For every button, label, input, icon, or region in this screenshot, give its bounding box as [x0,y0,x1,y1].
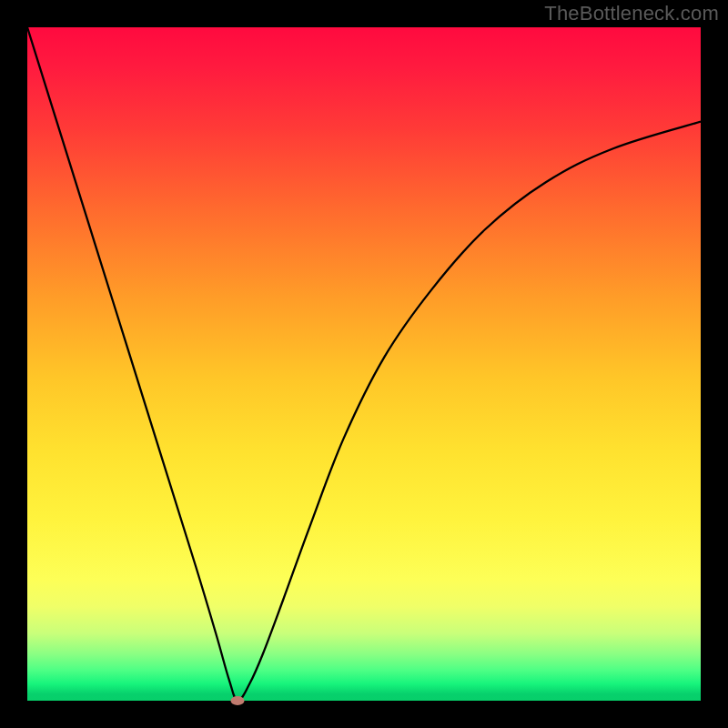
bottleneck-curve [27,27,701,701]
chart-root: TheBottleneck.com [0,0,728,728]
plot-area [27,27,701,701]
curve-path [27,27,701,701]
watermark-text: TheBottleneck.com [544,2,719,25]
optimal-point-marker [231,696,245,705]
